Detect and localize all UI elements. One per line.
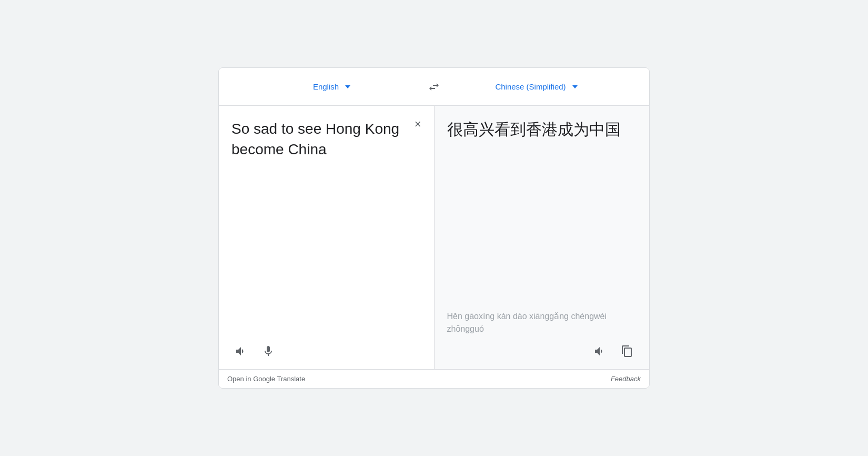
copy-icon [621, 345, 633, 358]
feedback-link[interactable]: Feedback [611, 375, 641, 383]
translate-widget: English Chinese (Simplified) So sad to s… [218, 67, 650, 389]
swap-languages-button[interactable] [423, 76, 445, 97]
translated-text: 很高兴看到香港成为中国 [447, 118, 637, 306]
copy-translation-button[interactable] [618, 342, 637, 361]
clear-button[interactable]: × [412, 116, 423, 132]
source-text[interactable]: So sad to see Hong Kong become China [231, 118, 421, 335]
target-lang-chevron-icon [572, 85, 578, 88]
target-lang-label: Chinese (Simplified) [495, 82, 566, 91]
speaker-icon [235, 345, 247, 358]
source-panel: So sad to see Hong Kong become China × [219, 106, 435, 369]
footer-bar: Open in Google Translate Feedback [219, 369, 649, 388]
speak-translation-button[interactable] [590, 342, 609, 361]
target-panel: 很高兴看到香港成为中国 Hěn gāoxìng kàn dào xiānggǎn… [435, 106, 650, 369]
source-lang-chevron-icon [345, 85, 350, 88]
microphone-icon [262, 345, 275, 358]
microphone-button[interactable] [259, 342, 278, 361]
target-lang-selector[interactable]: Chinese (Simplified) [445, 78, 628, 95]
header-bar: English Chinese (Simplified) [219, 68, 649, 106]
open-google-translate-link[interactable]: Open in Google Translate [227, 375, 305, 383]
speaker-translation-icon [593, 345, 606, 358]
source-lang-selector[interactable]: English [240, 78, 423, 95]
source-lang-label: English [313, 82, 339, 91]
target-panel-footer [447, 335, 637, 361]
swap-icon [428, 81, 440, 93]
source-panel-footer [231, 335, 421, 361]
translation-panels: So sad to see Hong Kong become China × [219, 106, 649, 369]
speak-source-button[interactable] [231, 342, 250, 361]
romanization-text: Hěn gāoxìng kàn dào xiānggǎng chéngwéi z… [447, 310, 637, 335]
